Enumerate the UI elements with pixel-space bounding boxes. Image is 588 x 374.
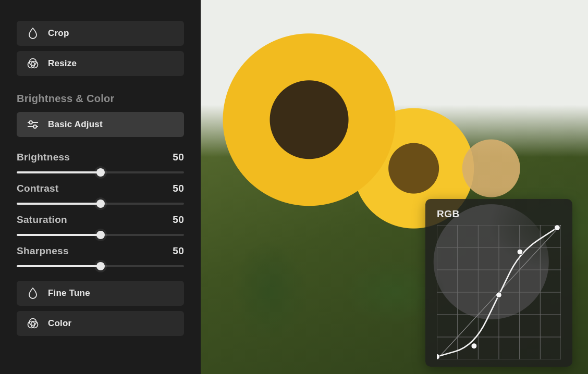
section-title-brightness-color: Brightness & Color xyxy=(17,93,184,105)
brightness-control: Brightness 50 xyxy=(17,152,184,173)
resize-button[interactable]: Resize xyxy=(17,51,184,76)
rgb-curve-point[interactable] xyxy=(517,249,523,255)
sharpness-slider-fill xyxy=(17,265,101,267)
crop-button[interactable]: Crop xyxy=(17,21,184,46)
sharpness-slider-thumb[interactable] xyxy=(96,262,105,270)
saturation-slider[interactable] xyxy=(17,234,184,236)
overlap-circles-icon xyxy=(26,58,40,69)
brightness-value: 50 xyxy=(173,152,184,163)
rgb-curve-point[interactable] xyxy=(471,343,477,349)
basic-adjust-label: Basic Adjust xyxy=(48,119,103,130)
svg-point-4 xyxy=(29,121,32,124)
brightness-slider-thumb[interactable] xyxy=(96,168,105,177)
saturation-slider-fill xyxy=(17,234,101,236)
sharpness-label: Sharpness xyxy=(17,245,69,257)
contrast-slider-thumb[interactable] xyxy=(96,200,105,208)
drop-icon xyxy=(26,288,40,299)
contrast-slider[interactable] xyxy=(17,203,184,205)
brightness-label: Brightness xyxy=(17,152,70,163)
basic-adjust-button[interactable]: Basic Adjust xyxy=(17,112,184,137)
brightness-slider-fill xyxy=(17,171,101,173)
rgb-curve-point[interactable] xyxy=(496,292,502,298)
saturation-label: Saturation xyxy=(17,214,67,226)
brightness-slider[interactable] xyxy=(17,171,184,173)
svg-point-6 xyxy=(33,125,36,128)
color-button[interactable]: Color xyxy=(17,311,184,336)
overlap-circles-icon xyxy=(26,318,40,329)
rgb-curve-point[interactable] xyxy=(437,354,440,359)
contrast-label: Contrast xyxy=(17,183,59,194)
saturation-value: 50 xyxy=(173,214,184,226)
saturation-control: Saturation 50 xyxy=(17,214,184,236)
contrast-slider-fill xyxy=(17,203,101,205)
resize-label: Resize xyxy=(48,58,77,69)
sharpness-value: 50 xyxy=(173,245,184,257)
crop-label: Crop xyxy=(48,28,69,39)
saturation-slider-thumb[interactable] xyxy=(96,231,105,239)
app-root: Crop Resize Brightness & Color Basic Adj… xyxy=(0,0,588,374)
drop-icon xyxy=(26,28,40,39)
rgb-curve-area[interactable] xyxy=(437,225,561,359)
fine-tune-button[interactable]: Fine Tune xyxy=(17,281,184,306)
fine-tune-label: Fine Tune xyxy=(48,288,90,298)
contrast-value: 50 xyxy=(173,183,184,194)
sharpness-slider[interactable] xyxy=(17,265,184,267)
sliders-icon xyxy=(26,119,40,130)
rgb-curves-panel[interactable]: RGB xyxy=(425,199,572,367)
editor-sidebar: Crop Resize Brightness & Color Basic Adj… xyxy=(0,0,201,374)
rgb-curve-point[interactable] xyxy=(554,225,560,231)
rgb-panel-title: RGB xyxy=(437,208,561,220)
contrast-control: Contrast 50 xyxy=(17,183,184,205)
image-canvas[interactable]: RGB xyxy=(201,0,588,374)
sharpness-control: Sharpness 50 xyxy=(17,245,184,267)
color-label: Color xyxy=(48,318,71,329)
